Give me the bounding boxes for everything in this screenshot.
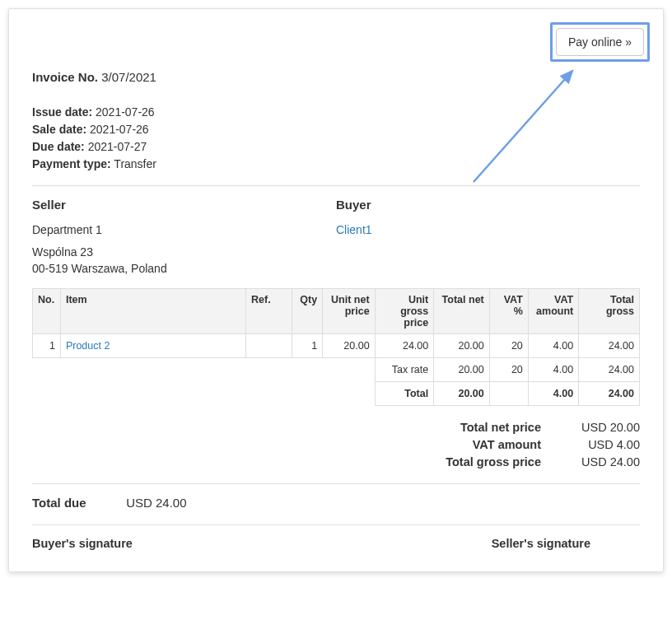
tax-vat-pct: 20 <box>489 358 528 382</box>
cell-unit-gross-price: 24.00 <box>375 334 434 358</box>
buyer-title: Buyer <box>336 198 640 212</box>
th-ref: Ref. <box>246 289 292 334</box>
items-table: No. Item Ref. Qty Unit net price Unit gr… <box>32 288 640 406</box>
sale-date-label: Sale date: <box>32 123 86 136</box>
issue-date-label: Issue date: <box>32 105 92 119</box>
sale-date-row: Sale date: 2021-07-26 <box>32 123 640 136</box>
invoice-number-value: 3/07/2021 <box>101 70 156 84</box>
th-item: Item <box>60 289 245 334</box>
divider <box>32 185 640 186</box>
seller-block: Seller Department 1 Wspólna 23 00-519 Wa… <box>32 198 336 277</box>
table-row: 1 Product 2 1 20.00 24.00 20.00 20 4.00 … <box>33 334 640 358</box>
total-due-row: Total due USD 24.00 <box>32 496 640 510</box>
invoice-number-label: Invoice No. <box>32 70 98 84</box>
th-total-gross: Total gross <box>579 289 640 334</box>
cell-total-gross: 24.00 <box>579 334 640 358</box>
tax-total-net: 20.00 <box>434 358 490 382</box>
due-date-value: 2021-07-27 <box>88 140 147 153</box>
th-unit-net-price: Unit net price <box>323 289 375 334</box>
invoice-number: Invoice No. 3/07/2021 <box>32 70 640 84</box>
total-due-value: USD 24.00 <box>126 496 186 510</box>
cell-ref <box>246 334 292 358</box>
cell-qty: 1 <box>292 334 323 358</box>
summary-total-gross-label: Total gross price <box>409 455 541 468</box>
th-vat-pct: VAT % <box>489 289 528 334</box>
issue-date-value: 2021-07-26 <box>96 105 155 119</box>
cell-vat-amount: 4.00 <box>528 334 578 358</box>
tax-rate-label: Tax rate <box>375 358 434 382</box>
seller-title: Seller <box>32 198 336 212</box>
th-no: No. <box>33 289 61 334</box>
summary-total-net-row: Total net price USD 20.00 <box>32 421 640 434</box>
th-qty: Qty <box>292 289 323 334</box>
totals-row: Total 20.00 4.00 24.00 <box>33 382 640 406</box>
seller-addr-line2: 00-519 Warszawa, Poland <box>32 261 336 277</box>
total-due-label: Total due <box>32 496 123 510</box>
table-header-row: No. Item Ref. Qty Unit net price Unit gr… <box>33 289 640 334</box>
summary-total-gross-value: USD 24.00 <box>541 455 640 468</box>
due-date-row: Due date: 2021-07-27 <box>32 140 640 153</box>
tax-vat-amount: 4.00 <box>528 358 578 382</box>
signatures-row: Buyer's signature Seller's signature <box>32 537 640 550</box>
parties-section: Seller Department 1 Wspólna 23 00-519 Wa… <box>32 198 640 277</box>
buyer-block: Buyer Client1 <box>336 198 640 277</box>
seller-addr-line1: Wspólna 23 <box>32 245 336 261</box>
total-row-vat-pct <box>489 382 528 406</box>
pay-online-highlight: Pay online » <box>550 22 650 62</box>
cell-total-net: 20.00 <box>434 334 490 358</box>
th-unit-gross-price: Unit gross price <box>375 289 434 334</box>
summary-vat-value: USD 4.00 <box>541 438 640 451</box>
due-date-label: Due date: <box>32 140 85 153</box>
divider <box>32 483 640 484</box>
divider <box>32 524 640 525</box>
seller-signature-label: Seller's signature <box>492 537 640 550</box>
sale-date-value: 2021-07-26 <box>90 123 149 136</box>
cell-vat-pct: 20 <box>489 334 528 358</box>
summary-vat-row: VAT amount USD 4.00 <box>32 438 640 451</box>
seller-name: Department 1 <box>32 223 336 236</box>
pay-online-button[interactable]: Pay online » <box>556 28 644 56</box>
product-link[interactable]: Product 2 <box>66 340 110 352</box>
invoice-card: Pay online » Invoice No. 3/07/2021 Issue… <box>8 8 664 572</box>
total-row-total-gross: 24.00 <box>579 382 640 406</box>
summary-total-gross-row: Total gross price USD 24.00 <box>32 455 640 468</box>
tax-rate-row: Tax rate 20.00 20 4.00 24.00 <box>33 358 640 382</box>
total-row-total-net: 20.00 <box>434 382 490 406</box>
th-total-net: Total net <box>434 289 490 334</box>
payment-type-row: Payment type: Transfer <box>32 157 640 170</box>
summary-vat-label: VAT amount <box>409 438 541 451</box>
summary-section: Total net price USD 20.00 VAT amount USD… <box>32 421 640 468</box>
summary-total-net-value: USD 20.00 <box>541 421 640 434</box>
issue-date-row: Issue date: 2021-07-26 <box>32 105 640 119</box>
cell-no: 1 <box>33 334 61 358</box>
cell-unit-net-price: 20.00 <box>323 334 375 358</box>
payment-type-label: Payment type: <box>32 157 111 170</box>
total-row-label: Total <box>375 382 434 406</box>
summary-total-net-label: Total net price <box>409 421 541 434</box>
tax-total-gross: 24.00 <box>579 358 640 382</box>
seller-address: Wspólna 23 00-519 Warszawa, Poland <box>32 245 336 277</box>
buyer-signature-label: Buyer's signature <box>32 537 133 550</box>
cell-item: Product 2 <box>60 334 245 358</box>
payment-type-value: Transfer <box>114 157 156 170</box>
buyer-name-link[interactable]: Client1 <box>336 223 372 236</box>
total-row-vat-amount: 4.00 <box>528 382 578 406</box>
th-vat-amount: VAT amount <box>528 289 578 334</box>
